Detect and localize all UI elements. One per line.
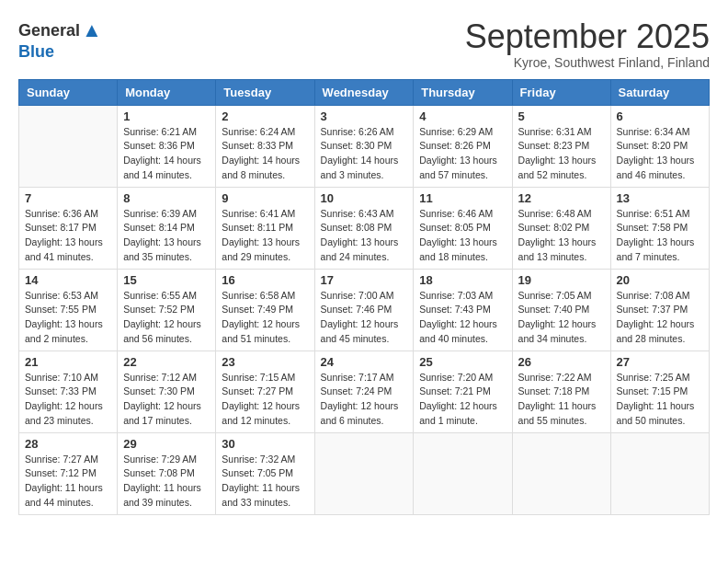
day-info: Sunrise: 6:36 AMSunset: 8:17 PMDaylight:… bbox=[25, 207, 111, 265]
calendar-cell: 18Sunrise: 7:03 AMSunset: 7:43 PMDayligh… bbox=[414, 269, 512, 350]
calendar-week-row: 7Sunrise: 6:36 AMSunset: 8:17 PMDaylight… bbox=[19, 187, 710, 269]
day-number: 9 bbox=[222, 191, 308, 205]
day-number: 24 bbox=[321, 355, 408, 369]
calendar-cell: 7Sunrise: 6:36 AMSunset: 8:17 PMDaylight… bbox=[19, 187, 118, 269]
day-number: 23 bbox=[222, 355, 308, 369]
calendar-cell: 5Sunrise: 6:31 AMSunset: 8:23 PMDaylight… bbox=[512, 105, 610, 187]
calendar-cell: 11Sunrise: 6:46 AMSunset: 8:05 PMDayligh… bbox=[414, 187, 512, 269]
weekday-header-sunday: Sunday bbox=[19, 79, 118, 105]
day-info: Sunrise: 6:46 AMSunset: 8:05 PMDaylight:… bbox=[419, 207, 506, 265]
calendar-cell: 4Sunrise: 6:29 AMSunset: 8:26 PMDaylight… bbox=[414, 105, 512, 187]
day-number: 2 bbox=[222, 109, 308, 123]
day-info: Sunrise: 7:17 AMSunset: 7:24 PMDaylight:… bbox=[321, 371, 408, 429]
weekday-header-friday: Friday bbox=[512, 79, 610, 105]
calendar-cell: 20Sunrise: 7:08 AMSunset: 7:37 PMDayligh… bbox=[610, 269, 709, 350]
logo-general-text: General bbox=[18, 21, 80, 40]
day-info: Sunrise: 7:22 AMSunset: 7:18 PMDaylight:… bbox=[518, 371, 605, 429]
day-info: Sunrise: 6:43 AMSunset: 8:08 PMDaylight:… bbox=[321, 207, 408, 265]
day-number: 10 bbox=[321, 191, 408, 205]
calendar-week-row: 28Sunrise: 7:27 AMSunset: 7:12 PMDayligh… bbox=[19, 432, 710, 514]
calendar-cell: 13Sunrise: 6:51 AMSunset: 7:58 PMDayligh… bbox=[610, 187, 709, 269]
calendar-cell: 23Sunrise: 7:15 AMSunset: 7:27 PMDayligh… bbox=[216, 350, 314, 432]
day-number: 12 bbox=[518, 191, 605, 205]
day-info: Sunrise: 6:24 AMSunset: 8:33 PMDaylight:… bbox=[222, 125, 308, 183]
location-text: Kyroe, Southwest Finland, Finland bbox=[465, 55, 710, 70]
calendar-table: SundayMondayTuesdayWednesdayThursdayFrid… bbox=[18, 79, 710, 515]
calendar-cell: 30Sunrise: 7:32 AMSunset: 7:05 PMDayligh… bbox=[216, 432, 314, 514]
day-info: Sunrise: 6:34 AMSunset: 8:20 PMDaylight:… bbox=[617, 125, 703, 183]
calendar-cell: 6Sunrise: 6:34 AMSunset: 8:20 PMDaylight… bbox=[610, 105, 709, 187]
day-number: 4 bbox=[419, 109, 506, 123]
day-number: 14 bbox=[25, 273, 111, 287]
day-info: Sunrise: 6:29 AMSunset: 8:26 PMDaylight:… bbox=[419, 125, 506, 183]
day-number: 28 bbox=[25, 437, 111, 451]
day-info: Sunrise: 7:15 AMSunset: 7:27 PMDaylight:… bbox=[222, 371, 308, 429]
calendar-cell: 28Sunrise: 7:27 AMSunset: 7:12 PMDayligh… bbox=[19, 432, 118, 514]
day-number: 17 bbox=[321, 273, 408, 287]
day-info: Sunrise: 6:21 AMSunset: 8:36 PMDaylight:… bbox=[123, 125, 210, 183]
day-number: 3 bbox=[321, 109, 408, 123]
day-number: 27 bbox=[617, 355, 703, 369]
logo: General ▲ Blue bbox=[18, 18, 102, 62]
calendar-cell bbox=[414, 432, 512, 514]
day-info: Sunrise: 7:25 AMSunset: 7:15 PMDaylight:… bbox=[617, 371, 703, 429]
title-block: September 2025 Kyroe, Southwest Finland,… bbox=[465, 18, 710, 70]
calendar-cell: 22Sunrise: 7:12 AMSunset: 7:30 PMDayligh… bbox=[118, 350, 216, 432]
day-info: Sunrise: 6:41 AMSunset: 8:11 PMDaylight:… bbox=[222, 207, 308, 265]
day-number: 15 bbox=[123, 273, 210, 287]
day-info: Sunrise: 6:39 AMSunset: 8:14 PMDaylight:… bbox=[123, 207, 210, 265]
weekday-header-thursday: Thursday bbox=[414, 79, 512, 105]
calendar-cell bbox=[512, 432, 610, 514]
weekday-header-wednesday: Wednesday bbox=[314, 79, 414, 105]
calendar-cell: 1Sunrise: 6:21 AMSunset: 8:36 PMDaylight… bbox=[118, 105, 216, 187]
day-info: Sunrise: 6:31 AMSunset: 8:23 PMDaylight:… bbox=[518, 125, 605, 183]
day-info: Sunrise: 7:05 AMSunset: 7:40 PMDaylight:… bbox=[518, 289, 605, 347]
day-number: 13 bbox=[617, 191, 703, 205]
calendar-week-row: 14Sunrise: 6:53 AMSunset: 7:55 PMDayligh… bbox=[19, 269, 710, 350]
day-number: 25 bbox=[419, 355, 506, 369]
weekday-header-saturday: Saturday bbox=[610, 79, 709, 105]
calendar-cell: 21Sunrise: 7:10 AMSunset: 7:33 PMDayligh… bbox=[19, 350, 118, 432]
calendar-cell: 2Sunrise: 6:24 AMSunset: 8:33 PMDaylight… bbox=[216, 105, 314, 187]
calendar-cell: 19Sunrise: 7:05 AMSunset: 7:40 PMDayligh… bbox=[512, 269, 610, 350]
day-number: 30 bbox=[222, 437, 308, 451]
calendar-cell: 12Sunrise: 6:48 AMSunset: 8:02 PMDayligh… bbox=[512, 187, 610, 269]
calendar-cell: 10Sunrise: 6:43 AMSunset: 8:08 PMDayligh… bbox=[314, 187, 414, 269]
calendar-week-row: 21Sunrise: 7:10 AMSunset: 7:33 PMDayligh… bbox=[19, 350, 710, 432]
day-info: Sunrise: 6:26 AMSunset: 8:30 PMDaylight:… bbox=[321, 125, 408, 183]
calendar-header-row: SundayMondayTuesdayWednesdayThursdayFrid… bbox=[19, 79, 710, 105]
day-number: 18 bbox=[419, 273, 506, 287]
day-number: 22 bbox=[123, 355, 210, 369]
calendar-cell: 26Sunrise: 7:22 AMSunset: 7:18 PMDayligh… bbox=[512, 350, 610, 432]
day-info: Sunrise: 7:03 AMSunset: 7:43 PMDaylight:… bbox=[419, 289, 506, 347]
day-number: 29 bbox=[123, 437, 210, 451]
calendar-cell bbox=[610, 432, 709, 514]
day-number: 6 bbox=[617, 109, 703, 123]
calendar-cell: 14Sunrise: 6:53 AMSunset: 7:55 PMDayligh… bbox=[19, 269, 118, 350]
weekday-header-tuesday: Tuesday bbox=[216, 79, 314, 105]
day-info: Sunrise: 7:29 AMSunset: 7:08 PMDaylight:… bbox=[123, 453, 210, 511]
day-info: Sunrise: 7:32 AMSunset: 7:05 PMDaylight:… bbox=[222, 453, 308, 511]
day-info: Sunrise: 6:48 AMSunset: 8:02 PMDaylight:… bbox=[518, 207, 605, 265]
day-info: Sunrise: 7:27 AMSunset: 7:12 PMDaylight:… bbox=[25, 453, 111, 511]
calendar-cell bbox=[19, 105, 118, 187]
day-number: 8 bbox=[123, 191, 210, 205]
day-number: 1 bbox=[123, 109, 210, 123]
day-number: 26 bbox=[518, 355, 605, 369]
calendar-cell: 29Sunrise: 7:29 AMSunset: 7:08 PMDayligh… bbox=[118, 432, 216, 514]
day-info: Sunrise: 7:20 AMSunset: 7:21 PMDaylight:… bbox=[419, 371, 506, 429]
month-title: September 2025 bbox=[465, 18, 710, 55]
day-info: Sunrise: 6:58 AMSunset: 7:49 PMDaylight:… bbox=[222, 289, 308, 347]
calendar-cell: 27Sunrise: 7:25 AMSunset: 7:15 PMDayligh… bbox=[610, 350, 709, 432]
weekday-header-monday: Monday bbox=[118, 79, 216, 105]
calendar-cell: 8Sunrise: 6:39 AMSunset: 8:14 PMDaylight… bbox=[118, 187, 216, 269]
day-number: 11 bbox=[419, 191, 506, 205]
day-info: Sunrise: 7:08 AMSunset: 7:37 PMDaylight:… bbox=[617, 289, 703, 347]
calendar-cell: 9Sunrise: 6:41 AMSunset: 8:11 PMDaylight… bbox=[216, 187, 314, 269]
calendar-cell: 25Sunrise: 7:20 AMSunset: 7:21 PMDayligh… bbox=[414, 350, 512, 432]
day-info: Sunrise: 6:51 AMSunset: 7:58 PMDaylight:… bbox=[617, 207, 703, 265]
calendar-cell bbox=[314, 432, 414, 514]
day-number: 7 bbox=[25, 191, 111, 205]
logo-bird-icon: ▲ bbox=[82, 18, 102, 42]
day-number: 16 bbox=[222, 273, 308, 287]
